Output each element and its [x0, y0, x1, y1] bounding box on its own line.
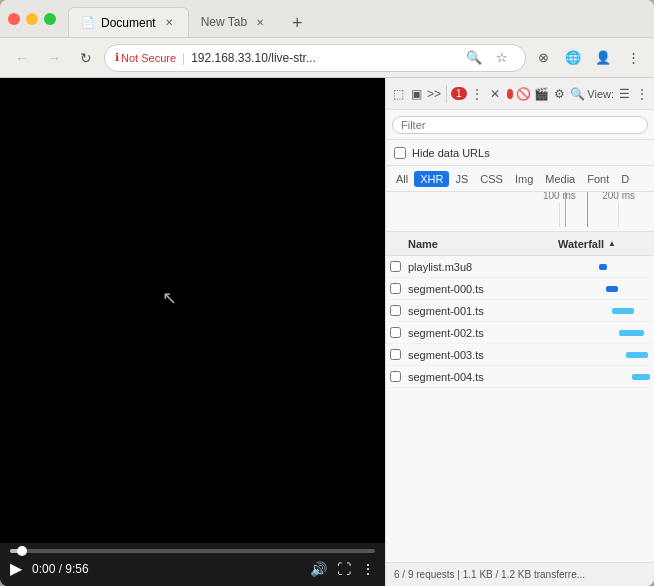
row-check[interactable] [386, 349, 404, 360]
table-row[interactable]: segment-002.ts [386, 322, 654, 344]
search-icon-btn[interactable]: 🔍 [461, 45, 487, 71]
tabs-container: 📄 Document ✕ New Tab ✕ + [68, 0, 646, 37]
type-tab-img[interactable]: Img [509, 171, 539, 187]
view-list-btn[interactable]: ☰ [616, 82, 632, 106]
view-more-btn[interactable]: ⋮ [634, 82, 650, 106]
console-panel-btn[interactable]: ▣ [408, 82, 424, 106]
translate-btn[interactable]: 🌐 [560, 45, 586, 71]
not-secure-indicator: ℹ Not Secure [115, 51, 176, 64]
row-waterfall [554, 278, 654, 299]
address-bar: ← → ↻ ℹ Not Secure | 192.168.33.10/live-… [0, 38, 654, 78]
hide-data-urls-label: Hide data URLs [412, 147, 490, 159]
tab-newtab-label: New Tab [201, 15, 247, 29]
more-options-btn[interactable]: ⋮ [469, 82, 485, 106]
tick-100ms: 100 ms [543, 192, 576, 201]
tab-newtab-close[interactable]: ✕ [253, 15, 267, 29]
extensions-btn[interactable]: ⊗ [530, 45, 556, 71]
table-row[interactable]: segment-001.ts [386, 300, 654, 322]
table-row[interactable]: segment-003.ts [386, 344, 654, 366]
hide-data-urls-checkbox[interactable] [394, 147, 406, 159]
network-rows: playlist.m3u8 segment-000.ts segment-001… [386, 256, 654, 562]
address-separator: | [182, 51, 185, 65]
tab-document[interactable]: 📄 Document ✕ [68, 7, 189, 37]
table-row[interactable]: playlist.m3u8 [386, 256, 654, 278]
main-content: ↖ ▶ 0:00 / 9:56 🔊 ⛶ ⋮ ⬚ [0, 78, 654, 586]
record-button[interactable] [507, 89, 514, 99]
screenshot-btn[interactable]: 🎬 [533, 82, 549, 106]
type-tab-all[interactable]: All [390, 171, 414, 187]
devtools-panel: ⬚ ▣ >> 1 ⋮ ✕ 🚫 🎬 ⚙ 🔍 View: ☰ ⋮ [385, 78, 654, 586]
type-tab-js[interactable]: JS [449, 171, 474, 187]
row-name: segment-004.ts [404, 371, 554, 383]
devtools-status-bar: 6 / 9 requests | 1.1 KB / 1.2 KB transfe… [386, 562, 654, 586]
controls-row: ▶ 0:00 / 9:56 🔊 ⛶ ⋮ [10, 559, 375, 578]
title-bar: 📄 Document ✕ New Tab ✕ + [0, 0, 654, 38]
table-row[interactable]: segment-000.ts [386, 278, 654, 300]
hide-data-urls-row: Hide data URLs [386, 140, 654, 166]
tab-document-label: Document [101, 16, 156, 30]
type-tab-media[interactable]: Media [539, 171, 581, 187]
fullscreen-button[interactable]: ⛶ [337, 561, 351, 577]
time-display: 0:00 / 9:56 [32, 562, 89, 576]
row-check[interactable] [386, 371, 404, 382]
row-name: playlist.m3u8 [404, 261, 554, 273]
network-filter-row [386, 110, 654, 140]
view-label: View: [587, 88, 614, 100]
row-name: segment-002.ts [404, 327, 554, 339]
type-tab-doc[interactable]: D [615, 171, 635, 187]
progress-bar[interactable] [10, 549, 375, 553]
more-panels-btn[interactable]: >> [426, 82, 442, 106]
search-btn[interactable]: 🔍 [569, 82, 585, 106]
header-name[interactable]: Name [404, 238, 554, 250]
row-name: segment-001.ts [404, 305, 554, 317]
address-text: 192.168.33.10/live-str... [191, 51, 316, 65]
filter-input[interactable] [392, 116, 648, 134]
close-devtools-btn[interactable]: ✕ [487, 82, 503, 106]
elements-panel-btn[interactable]: ⬚ [390, 82, 406, 106]
address-icons: 🔍 ☆ [461, 45, 515, 71]
browser-window: 📄 Document ✕ New Tab ✕ + ← → ↻ ℹ Not Sec… [0, 0, 654, 586]
clear-btn[interactable]: 🚫 [515, 82, 531, 106]
traffic-lights [8, 13, 56, 25]
progress-thumb[interactable] [17, 546, 27, 556]
type-tab-css[interactable]: CSS [474, 171, 509, 187]
devtools-toolbar: ⬚ ▣ >> 1 ⋮ ✕ 🚫 🎬 ⚙ 🔍 View: ☰ ⋮ [386, 78, 654, 110]
bookmark-icon-btn[interactable]: ☆ [489, 45, 515, 71]
info-icon: ℹ [115, 51, 119, 64]
header-waterfall[interactable]: Waterfall ▲ [554, 238, 654, 250]
row-waterfall [554, 322, 654, 343]
row-check[interactable] [386, 305, 404, 316]
cursor-icon: ↖ [162, 287, 177, 309]
minimize-traffic-light[interactable] [26, 13, 38, 25]
tab-document-close[interactable]: ✕ [162, 16, 176, 30]
row-check[interactable] [386, 261, 404, 272]
network-table-header: Name Waterfall ▲ [386, 232, 654, 256]
video-player-area: ↖ ▶ 0:00 / 9:56 🔊 ⛶ ⋮ [0, 78, 385, 586]
tab-new-tab[interactable]: New Tab ✕ [189, 7, 279, 37]
row-check[interactable] [386, 283, 404, 294]
type-tab-xhr[interactable]: XHR [414, 171, 449, 187]
row-waterfall [554, 256, 654, 277]
menu-btn[interactable]: ⋮ [620, 45, 646, 71]
profile-btn[interactable]: 👤 [590, 45, 616, 71]
new-tab-button[interactable]: + [283, 9, 311, 37]
play-button[interactable]: ▶ [10, 559, 22, 578]
table-row[interactable]: segment-004.ts [386, 366, 654, 388]
row-waterfall [554, 300, 654, 321]
close-traffic-light[interactable] [8, 13, 20, 25]
forward-button[interactable]: → [40, 44, 68, 72]
address-input[interactable]: ℹ Not Secure | 192.168.33.10/live-str...… [104, 44, 526, 72]
row-waterfall [554, 344, 654, 365]
reload-button[interactable]: ↻ [72, 44, 100, 72]
maximize-traffic-light[interactable] [44, 13, 56, 25]
back-button[interactable]: ← [8, 44, 36, 72]
video-controls: ▶ 0:00 / 9:56 🔊 ⛶ ⋮ [0, 543, 385, 586]
volume-button[interactable]: 🔊 [310, 561, 327, 577]
row-check[interactable] [386, 327, 404, 338]
type-tab-font[interactable]: Font [581, 171, 615, 187]
error-badge: 1 [451, 87, 467, 100]
video-viewport[interactable]: ↖ [0, 78, 385, 543]
filter-toggle-btn[interactable]: ⚙ [551, 82, 567, 106]
more-options-button[interactable]: ⋮ [361, 561, 375, 577]
row-name: segment-003.ts [404, 349, 554, 361]
